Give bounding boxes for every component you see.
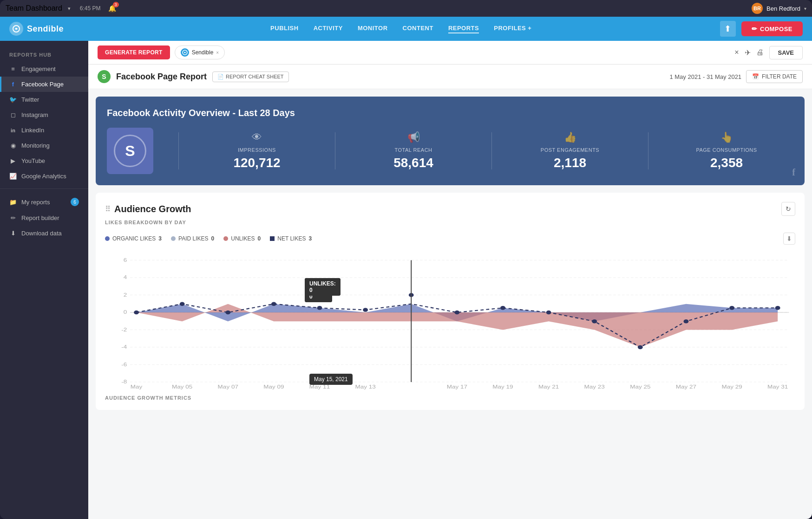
sidebar-label-linkedin: LinkedIn <box>21 127 44 134</box>
svg-text:May 29: May 29 <box>721 384 742 389</box>
sidebar-item-download-data[interactable]: ⬇ Download data <box>0 226 88 241</box>
paid-likes-count: 0 <box>211 235 215 242</box>
svg-point-26 <box>363 308 368 312</box>
chart-legend: ORGANIC LIKES 3 PAID LIKES 0 UNLIKES 0 N… <box>105 233 795 245</box>
sidebar-label-facebook: Facebook Page <box>21 81 64 88</box>
linkedin-icon: in <box>9 128 17 133</box>
sidebar-label-youtube: YouTube <box>21 157 45 164</box>
share-icon[interactable]: ✈ <box>745 48 751 57</box>
nav-monitor[interactable]: MONITOR <box>358 25 388 33</box>
legend-organic-likes: ORGANIC LIKES 3 <box>105 235 162 242</box>
sidebar-section-title: REPORTS HUB <box>0 48 88 61</box>
cheat-sheet-label: REPORT CHEAT SHEET <box>226 74 284 79</box>
megaphone-icon: 📢 <box>347 131 480 143</box>
generate-report-button[interactable]: GENERATE REPORT <box>98 45 170 59</box>
organic-likes-dot <box>105 236 110 241</box>
svg-text:May 25: May 25 <box>630 384 651 389</box>
nav-publish[interactable]: PUBLISH <box>270 25 299 33</box>
organic-likes-count: 3 <box>158 235 162 242</box>
svg-point-33 <box>684 319 689 324</box>
svg-text:May 21: May 21 <box>538 384 559 389</box>
logo-text: Sendible <box>27 24 64 34</box>
impressions-label: IMPRESSIONS <box>190 147 324 153</box>
svg-point-23 <box>225 311 230 315</box>
svg-text:May 23: May 23 <box>584 384 605 389</box>
sidebar-item-instagram[interactable]: ◻ Instagram <box>0 107 88 123</box>
impressions-value: 120,712 <box>190 156 324 170</box>
refresh-button[interactable]: ↻ <box>781 202 795 216</box>
date-tooltip: May 15, 2021 <box>309 374 353 385</box>
drag-handle-icon[interactable]: ⠿ <box>105 205 111 214</box>
instagram-icon: ◻ <box>9 111 17 118</box>
calendar-icon: 📅 <box>752 73 759 80</box>
sidebar-label-monitoring: Monitoring <box>21 142 50 149</box>
sidebar-item-report-builder[interactable]: ✏ Report builder <box>0 210 88 226</box>
download-chart-icon[interactable]: ⬇ <box>783 233 795 245</box>
sidebar-label-instagram: Instagram <box>21 111 48 118</box>
upload-icon[interactable]: ⬆ <box>720 21 736 37</box>
fb-watermark: f <box>792 167 795 178</box>
stat-impressions: 👁 IMPRESSIONS 120,712 <box>190 131 324 170</box>
stat-reach: 📢 TOTAL REACH 58,614 <box>347 131 480 170</box>
reach-value: 58,614 <box>347 156 480 170</box>
section-header: ⠿ Audience Growth ↻ <box>105 202 795 216</box>
sidebar-label-twitter: Twitter <box>21 96 39 103</box>
analytics-icon: 📈 <box>9 173 17 180</box>
stat-separator-3 <box>491 132 492 169</box>
sidebar-item-engagement[interactable]: ≡ Engagement <box>0 61 88 77</box>
sidebar-label-engagement: Engagement <box>21 65 56 72</box>
sidebar-item-twitter[interactable]: 🐦 Twitter <box>0 92 88 107</box>
youtube-icon: ▶ <box>9 157 17 164</box>
nav-reports[interactable]: REPORTS <box>448 25 479 33</box>
svg-point-30 <box>546 311 551 315</box>
organic-likes-label: ORGANIC LIKES <box>112 235 156 242</box>
top-bar-title: Team Dashboard <box>6 4 62 13</box>
filter-date-button[interactable]: 📅 FILTER DATE <box>746 70 803 83</box>
avatar: BR <box>752 3 763 14</box>
thumbsup-icon: 👍 <box>503 131 637 143</box>
svg-point-32 <box>638 345 643 350</box>
nav-bar: Sendible PUBLISH ACTIVITY MONITOR CONTEN… <box>0 17 812 41</box>
profile-tab[interactable]: Sendible × <box>175 45 225 59</box>
compose-button[interactable]: ✏ COMPOSE <box>741 21 803 36</box>
audience-growth-title: Audience Growth <box>114 204 191 214</box>
profile-tab-label: Sendible <box>192 49 214 56</box>
sidebar-item-google-analytics[interactable]: 📈 Google Analytics <box>0 169 88 184</box>
my-reports-badge: 6 <box>71 198 79 206</box>
svg-text:6: 6 <box>124 257 127 263</box>
nav-activity[interactable]: ACTIVITY <box>314 25 343 33</box>
logo[interactable]: Sendible <box>9 22 64 36</box>
sidebar-item-facebook[interactable]: f Facebook Page <box>0 77 88 92</box>
sidebar-label-google-analytics: Google Analytics <box>21 173 66 180</box>
close-icon[interactable]: × <box>734 48 739 57</box>
svg-text:May 13: May 13 <box>355 384 376 389</box>
net-likes-dot <box>270 236 275 241</box>
print-icon[interactable]: 🖨 <box>756 48 764 57</box>
user-menu[interactable]: BR Ben Redford ▾ <box>752 3 806 14</box>
dropdown-arrow[interactable]: ▾ <box>68 6 71 12</box>
notification-bell[interactable]: 🔔 3 <box>108 5 116 12</box>
user-dropdown-arrow[interactable]: ▾ <box>804 6 806 11</box>
paid-likes-label: PAID LIKES <box>178 235 208 242</box>
fb-stats-row: S 👁 IMPRESSIONS 120,712 📢 TOTAL REACH 58… <box>107 128 793 174</box>
top-bar-time: 6:45 PM <box>80 5 101 12</box>
engagements-value: 2,118 <box>503 156 637 170</box>
legend-unlikes: UNLIKES 0 <box>223 235 261 242</box>
sidebar-item-monitoring[interactable]: ◉ Monitoring <box>0 138 88 153</box>
sidebar-label-download-data: Download data <box>21 230 62 237</box>
nav-profiles[interactable]: PROFILES + <box>494 25 531 33</box>
sidebar-item-my-reports[interactable]: 📁 My reports 6 <box>0 194 88 210</box>
sidebar-item-youtube[interactable]: ▶ YouTube <box>0 153 88 169</box>
svg-point-29 <box>500 306 505 310</box>
report-builder-icon: ✏ <box>9 214 17 221</box>
save-button[interactable]: SAVE <box>769 46 803 59</box>
audience-growth-metrics-title: AUDIENCE GROWTH METRICS <box>105 395 795 401</box>
profile-tab-close[interactable]: × <box>216 50 219 55</box>
consumptions-value: 2,358 <box>660 156 793 170</box>
svg-text:-6: -6 <box>121 362 127 367</box>
sidebar-item-linkedin[interactable]: in LinkedIn <box>0 123 88 138</box>
audience-growth-section: ⠿ Audience Growth ↻ LIKES BREAKDOWN BY D… <box>96 193 805 410</box>
nav-content[interactable]: CONTENT <box>403 25 433 33</box>
stat-separator-1 <box>178 132 179 169</box>
cheat-sheet-button[interactable]: 📄 REPORT CHEAT SHEET <box>212 71 289 82</box>
